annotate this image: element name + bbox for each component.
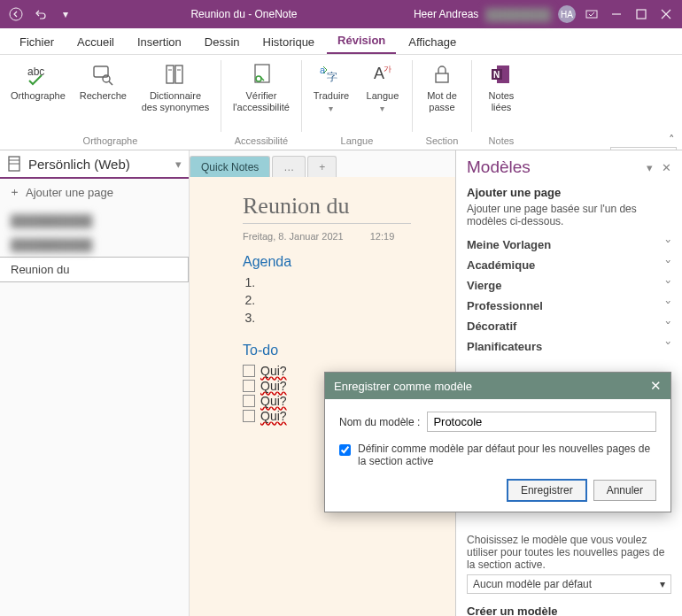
maximize-icon[interactable]: [632, 5, 650, 23]
section-tab-overflow[interactable]: …: [272, 156, 306, 177]
menu-bar: Fichier Accueil Insertion Dessin Histori…: [0, 28, 682, 55]
lock-icon: [432, 60, 452, 89]
cancel-button[interactable]: Annuler: [593, 480, 656, 501]
checkbox-icon[interactable]: [243, 365, 255, 377]
pane-close-icon[interactable]: ✕: [662, 161, 671, 174]
default-template-dropdown[interactable]: Aucun modèle par défaut ▾: [467, 574, 671, 594]
chevron-down-icon: ˅: [664, 238, 672, 251]
checkbox-icon[interactable]: [243, 380, 255, 392]
page-list: ██████████ ██████████ Reunion du: [0, 205, 189, 616]
add-page-desc: Ajouter une page basée sur l'un des modè…: [467, 203, 671, 227]
save-button[interactable]: Enregistrer: [508, 480, 586, 501]
notebook-selector[interactable]: Persönlich (Web) ▾: [0, 150, 189, 179]
menu-file[interactable]: Fichier: [9, 30, 65, 54]
chevron-down-icon: ˅: [664, 258, 672, 272]
translate-button[interactable]: a字 Traduire ▾: [307, 58, 355, 116]
menu-view[interactable]: Affichage: [398, 30, 467, 54]
menu-insert[interactable]: Insertion: [127, 30, 192, 54]
close-icon[interactable]: [657, 5, 675, 23]
user-name: Heer Andreas: [414, 8, 478, 20]
svg-rect-8: [167, 65, 174, 83]
thesaurus-label: Dictionnaire des synonymes: [142, 90, 209, 113]
chevron-down-icon: ▾: [380, 104, 384, 114]
create-template-heading: Créer un modèle: [467, 604, 671, 616]
menu-review[interactable]: Révision: [327, 28, 396, 54]
todo-text[interactable]: Qui?: [260, 364, 287, 378]
add-page-label: Ajouter une page: [26, 186, 113, 199]
password-button[interactable]: Mot de passe: [418, 58, 466, 115]
pane-options-icon[interactable]: ▾: [647, 161, 653, 174]
menu-home[interactable]: Accueil: [66, 30, 125, 54]
category-item[interactable]: Professionnel˅: [467, 296, 671, 316]
menu-history[interactable]: Historique: [252, 30, 326, 54]
todo-text[interactable]: Qui?: [260, 394, 287, 408]
checkbox-icon[interactable]: [243, 410, 255, 422]
chevron-down-icon: ˅: [664, 340, 672, 353]
svg-rect-9: [175, 65, 182, 83]
svg-rect-3: [637, 10, 646, 19]
dialog-title: Enregistrer comme modèle: [334, 380, 472, 393]
category-label: Académique: [467, 258, 535, 272]
category-item[interactable]: Académique˅: [467, 255, 671, 275]
accessibility-button[interactable]: Vérifier l'accessibilité: [227, 58, 296, 115]
research-button[interactable]: Recherche: [74, 58, 132, 104]
add-page-button[interactable]: ＋ Ajouter une page: [0, 179, 189, 205]
linked-notes-button[interactable]: N Notes liées: [477, 58, 525, 115]
page-date: Freitag, 8. Januar 2021: [243, 231, 344, 242]
language-button[interactable]: A가 Langue ▾: [359, 58, 407, 116]
checkbox-icon[interactable]: [243, 395, 255, 407]
ribbon-mode-icon[interactable]: [583, 5, 601, 23]
category-item[interactable]: Meine Vorlagen˅: [467, 235, 671, 255]
qat-more-icon[interactable]: ▾: [57, 5, 74, 23]
thesaurus-button[interactable]: Dictionnaire des synonymes: [136, 58, 215, 115]
dialog-titlebar[interactable]: Enregistrer comme modèle ✕: [325, 373, 670, 399]
default-template-checkbox[interactable]: [339, 444, 351, 456]
translate-icon: a字: [318, 60, 345, 89]
collapse-ribbon-icon[interactable]: ˄: [669, 133, 675, 146]
language-icon: A가: [371, 60, 394, 89]
category-label: Planificateurs: [467, 340, 542, 353]
combo-value: Aucun modèle par défaut: [473, 578, 592, 590]
category-item[interactable]: Planificateurs˅: [467, 336, 671, 357]
todo-text[interactable]: Qui?: [260, 409, 287, 423]
save-template-dialog: Enregistrer comme modèle ✕ Nom du modèle…: [324, 372, 671, 512]
translate-label: Traduire: [314, 90, 350, 102]
todo-text[interactable]: Qui?: [260, 379, 287, 393]
minimize-icon[interactable]: [608, 5, 625, 23]
dialog-close-icon[interactable]: ✕: [650, 378, 662, 394]
category-label: Décoratif: [467, 320, 516, 333]
category-label: Vierge: [467, 279, 502, 292]
add-section-tab[interactable]: +: [307, 156, 337, 177]
page-item[interactable]: Reunion du: [0, 257, 189, 282]
back-icon[interactable]: [7, 5, 25, 23]
section-tab[interactable]: Quick Notes: [190, 156, 270, 177]
svg-text:a: a: [320, 65, 326, 75]
svg-rect-18: [436, 73, 448, 82]
sidebar: Persönlich (Web) ▾ ＋ Ajouter une page ██…: [0, 150, 190, 616]
spelling-button[interactable]: abc Orthographe: [5, 58, 71, 104]
chevron-down-icon: ˅: [664, 299, 672, 312]
page-time: 12:19: [370, 231, 395, 242]
undo-icon[interactable]: [32, 5, 50, 23]
svg-line-7: [109, 81, 112, 85]
category-item[interactable]: Vierge˅: [467, 275, 671, 296]
pane-title: Modèles: [467, 158, 647, 177]
svg-point-0: [10, 8, 22, 20]
page-item[interactable]: ██████████: [0, 209, 189, 233]
chevron-down-icon: ˅: [664, 279, 672, 292]
spelling-group-label: Orthographe: [83, 134, 138, 148]
svg-point-6: [103, 75, 110, 82]
template-name-input[interactable]: [427, 412, 656, 432]
user-avatar[interactable]: HA: [558, 5, 576, 23]
user-email-redacted: ████████: [485, 8, 551, 21]
accessibility-group-label: Accessibilité: [235, 134, 289, 148]
window-title: Reunion du - OneNote: [74, 8, 414, 20]
section-group-label: Section: [426, 134, 459, 148]
category-item[interactable]: Décoratif˅: [467, 316, 671, 336]
page-item[interactable]: ██████████: [0, 233, 189, 257]
spelling-icon: abc: [24, 60, 52, 89]
ribbon: abc Orthographe Recherche Dictionnaire d…: [0, 55, 682, 150]
research-icon: [90, 60, 115, 89]
accessibility-icon: [250, 60, 273, 89]
menu-draw[interactable]: Dessin: [194, 30, 251, 54]
